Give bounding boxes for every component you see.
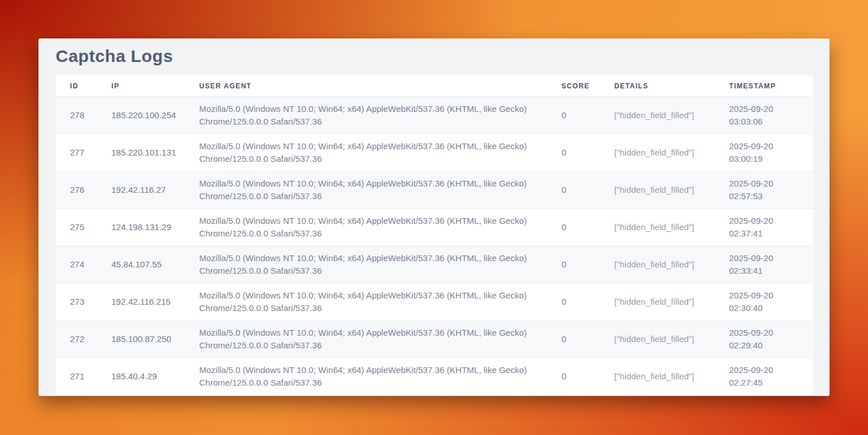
cell-id: 274 bbox=[56, 246, 97, 283]
cell-details: ["hidden_field_filled"] bbox=[600, 172, 715, 209]
cell-ip: 45.84.107.55 bbox=[97, 246, 185, 283]
cell-id: 278 bbox=[56, 97, 97, 134]
cell-user_agent: Mozilla/5.0 (Windows NT 10.0; Win64; x64… bbox=[185, 321, 547, 358]
cell-timestamp: 2025-09-20 02:33:41 bbox=[715, 246, 813, 283]
page-title: Captcha Logs bbox=[56, 46, 812, 65]
table-row: 277185.220.101.131Mozilla/5.0 (Windows N… bbox=[56, 134, 813, 172]
cell-timestamp: 2025-09-20 02:29:40 bbox=[715, 321, 813, 358]
cell-score: 0 bbox=[547, 358, 600, 395]
table-row: 275124.198.131.29Mozilla/5.0 (Windows NT… bbox=[56, 209, 813, 246]
column-header-score: SCORE bbox=[547, 75, 600, 97]
cell-score: 0 bbox=[547, 134, 600, 172]
cell-score: 0 bbox=[547, 209, 600, 246]
cell-details: ["hidden_field_filled"] bbox=[600, 283, 715, 321]
table-row: 27445.84.107.55Mozilla/5.0 (Windows NT 1… bbox=[56, 246, 813, 283]
cell-details: ["hidden_field_filled"] bbox=[600, 209, 715, 246]
cell-id: 272 bbox=[56, 321, 97, 358]
cell-user_agent: Mozilla/5.0 (Windows NT 10.0; Win64; x64… bbox=[185, 209, 547, 246]
column-header-user-agent: USER AGENT bbox=[185, 75, 547, 97]
captcha-logs-table: ID IP USER AGENT SCORE DETAILS TIMESTAMP… bbox=[56, 75, 813, 395]
cell-ip: 124.198.131.29 bbox=[97, 209, 185, 246]
cell-id: 275 bbox=[56, 209, 97, 246]
cell-details: ["hidden_field_filled"] bbox=[600, 321, 715, 358]
table-row: 273192.42.116.215Mozilla/5.0 (Windows NT… bbox=[56, 283, 813, 321]
cell-user_agent: Mozilla/5.0 (Windows NT 10.0; Win64; x64… bbox=[185, 172, 547, 209]
cell-ip: 185.220.101.131 bbox=[97, 134, 185, 172]
table-row: 276192.42.116.27Mozilla/5.0 (Windows NT … bbox=[56, 172, 813, 209]
cell-user_agent: Mozilla/5.0 (Windows NT 10.0; Win64; x64… bbox=[185, 283, 547, 321]
cell-ip: 192.42.116.215 bbox=[97, 283, 185, 321]
cell-ip: 185.100.87.250 bbox=[97, 321, 185, 358]
column-header-timestamp: TIMESTAMP bbox=[715, 75, 813, 97]
column-header-id: ID bbox=[56, 75, 97, 97]
cell-details: ["hidden_field_filled"] bbox=[600, 358, 715, 395]
cell-details: ["hidden_field_filled"] bbox=[600, 97, 715, 134]
cell-ip: 185.220.100.254 bbox=[97, 97, 185, 134]
cell-details: ["hidden_field_filled"] bbox=[600, 246, 715, 283]
cell-details: ["hidden_field_filled"] bbox=[600, 134, 715, 172]
cell-timestamp: 2025-09-20 03:03:06 bbox=[715, 97, 813, 134]
cell-id: 276 bbox=[56, 172, 97, 209]
table-row: 271185.40.4.29Mozilla/5.0 (Windows NT 10… bbox=[56, 358, 813, 395]
cell-score: 0 bbox=[547, 172, 600, 209]
cell-id: 273 bbox=[56, 283, 97, 321]
table-row: 272185.100.87.250Mozilla/5.0 (Windows NT… bbox=[56, 321, 813, 358]
cell-score: 0 bbox=[547, 246, 600, 283]
cell-score: 0 bbox=[547, 97, 600, 134]
cell-score: 0 bbox=[547, 321, 600, 358]
captcha-logs-card: Captcha Logs ID IP USER AGENT SCORE DETA… bbox=[38, 38, 830, 396]
cell-ip: 192.42.116.27 bbox=[97, 172, 185, 209]
column-header-ip: IP bbox=[97, 75, 185, 97]
table-header: ID IP USER AGENT SCORE DETAILS TIMESTAMP bbox=[56, 75, 813, 97]
column-header-details: DETAILS bbox=[600, 75, 715, 97]
cell-id: 277 bbox=[56, 134, 97, 172]
cell-timestamp: 2025-09-20 02:57:53 bbox=[715, 172, 813, 209]
cell-timestamp: 2025-09-20 02:27:45 bbox=[715, 358, 813, 395]
cell-user_agent: Mozilla/5.0 (Windows NT 10.0; Win64; x64… bbox=[185, 134, 547, 172]
cell-score: 0 bbox=[547, 283, 600, 321]
table-header-row: ID IP USER AGENT SCORE DETAILS TIMESTAMP bbox=[56, 75, 813, 97]
cell-user_agent: Mozilla/5.0 (Windows NT 10.0; Win64; x64… bbox=[185, 246, 547, 283]
cell-timestamp: 2025-09-20 03:00:19 bbox=[715, 134, 813, 172]
table-body: 278185.220.100.254Mozilla/5.0 (Windows N… bbox=[56, 97, 813, 395]
cell-ip: 185.40.4.29 bbox=[97, 358, 185, 395]
table-row: 278185.220.100.254Mozilla/5.0 (Windows N… bbox=[56, 97, 813, 134]
cell-user_agent: Mozilla/5.0 (Windows NT 10.0; Win64; x64… bbox=[185, 97, 547, 134]
cell-timestamp: 2025-09-20 02:37:41 bbox=[715, 209, 813, 246]
cell-id: 271 bbox=[56, 358, 97, 395]
cell-timestamp: 2025-09-20 02:30:40 bbox=[715, 283, 813, 321]
cell-user_agent: Mozilla/5.0 (Windows NT 10.0; Win64; x64… bbox=[185, 358, 547, 395]
